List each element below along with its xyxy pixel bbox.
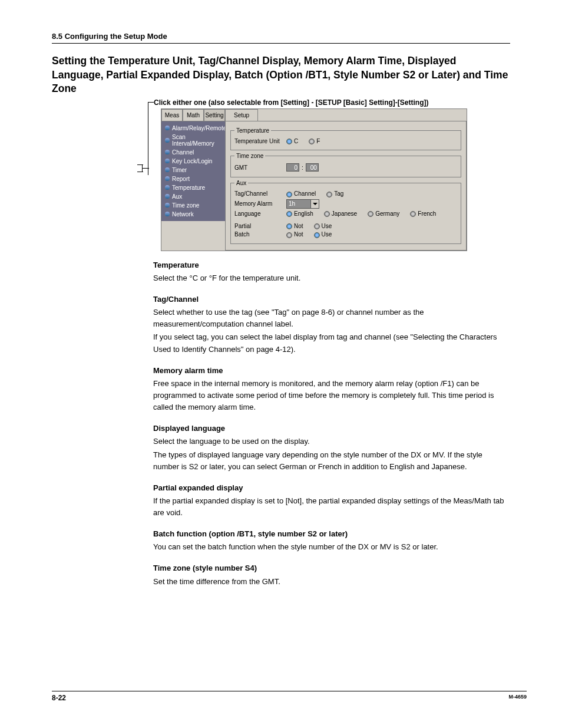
radio-label: Channel [294,190,316,197]
menu-network[interactable]: Network [161,210,225,219]
radio-batch-not[interactable]: Not [286,231,303,238]
hint-bracket [142,165,143,172]
page-number: 8-22 [52,694,66,702]
radio-label: French [418,210,436,217]
radio-english[interactable]: English [286,210,313,217]
radio-icon [286,211,292,217]
menu-scan[interactable]: Scan Interval/Memory [161,133,225,148]
memory-alarm-select[interactable]: 1h [286,199,319,209]
radio-label: F [316,138,320,144]
para: If you select tag, you can select the la… [153,331,510,355]
radio-label: English [294,210,313,217]
radio-channel[interactable]: Channel [286,190,316,197]
radio-icon [286,232,292,238]
menu-label: Key Lock/Login [172,158,212,164]
menu-label: Network [172,211,194,218]
hint-bracket [137,172,143,172]
radio-temp-f[interactable]: F [309,138,320,144]
menu-label: Alarm/Relay/Remote [172,125,226,131]
radio-label: Use [322,223,332,229]
menu-alarm[interactable]: Alarm/Relay/Remote [161,124,225,133]
heading-timezone: Time zone (style number S4) [153,562,510,574]
menu-label: Timer [172,167,187,173]
bullet-icon [165,176,170,181]
hint-bracket [142,168,149,169]
menu-timer[interactable]: Timer [161,166,225,174]
radio-partial-not[interactable]: Not [286,223,303,229]
menu-channel[interactable]: Channel [161,148,225,157]
tab-setting[interactable]: Setting [204,109,225,121]
group-legend: Time zone [234,153,265,159]
bullet-icon [165,185,170,190]
menu-label: Channel [172,149,194,156]
para: Select the °C or °F for the temperature … [153,272,510,284]
menu-label: Time zone [172,202,199,209]
heading-batch: Batch function (option /BT1, style numbe… [153,528,510,540]
tab-meas[interactable]: Meas [161,109,183,121]
menu-aux[interactable]: Aux [161,192,225,201]
app-window: Meas Math Setting Alarm/Relay/Remote Sca… [161,108,467,251]
tab-math[interactable]: Math [183,109,204,121]
radio-icon [286,139,292,144]
bullet-icon [165,138,170,143]
menu-timezone[interactable]: Time zone [161,201,225,210]
radio-icon [286,223,292,229]
radio-label: C [294,138,298,144]
para: You can set the batch function when the … [153,541,510,553]
setup-panel: Temperature Temperature Unit C F Time zo… [225,121,467,251]
radio-label: Use [322,231,332,238]
gmt-min-input[interactable]: 00 [306,163,319,172]
chevron-down-icon [310,200,319,208]
para: If the partial expanded display is set t… [153,495,510,519]
doc-number: M-4659 [508,694,527,702]
radio-icon [326,192,332,197]
radio-label: Tag [334,190,343,197]
group-legend: Temperature [234,127,271,134]
radio-partial-use[interactable]: Use [314,223,332,229]
radio-label: Not [294,231,303,238]
radio-tag[interactable]: Tag [326,190,343,197]
tab-setup[interactable]: Setup [225,109,258,121]
screenshot-hint: Click either one (also selectable from [… [154,98,510,107]
radio-icon [314,232,320,238]
heading-temperature: Temperature [153,259,510,271]
select-value: 1h [287,200,310,207]
menu-temperature[interactable]: Temperature [161,183,225,192]
radio-japanese[interactable]: Japanese [324,210,357,217]
group-timezone: Time zone GMT 0 : 00 [230,153,461,177]
radio-batch-use[interactable]: Use [314,231,332,238]
radio-icon [410,211,416,217]
radio-label: Germany [375,210,399,217]
section-header: 8.5 Configuring the Setup Mode [52,32,510,44]
field-label: Memory Alarm [234,200,286,207]
field-label: Batch [234,231,286,238]
menu-report[interactable]: Report [161,174,225,183]
gmt-hour-input[interactable]: 0 [286,163,299,172]
bullet-icon [165,194,170,199]
bullet-icon [165,150,170,154]
radio-icon [324,211,330,217]
field-label: Tag/Channel [234,190,286,197]
page-footer: 8-22 M-4659 [52,691,527,702]
field-label: Language [234,210,286,217]
field-label: Temperature Unit [234,138,286,144]
heading-tagchannel: Tag/Channel [153,294,510,305]
bullet-icon [165,126,170,130]
page-title: Setting the Temperature Unit, Tag/Channe… [52,54,510,96]
radio-icon [314,223,320,229]
radio-temp-c[interactable]: C [286,138,298,144]
menu-label: Aux [172,193,182,200]
para: Set the time difference from the GMT. [153,576,510,588]
radio-germany[interactable]: Germany [368,210,399,217]
heading-language: Displayed language [153,423,510,434]
body-text: Temperature Select the °C or °F for the … [153,259,510,588]
radio-french[interactable]: French [410,210,436,217]
menu-keylock[interactable]: Key Lock/Login [161,157,225,166]
group-aux: Aux Tag/Channel Channel Tag Memory Alarm [230,180,461,243]
hint-text: Click either one (also selectable from [… [154,98,429,107]
bullet-icon [165,159,170,163]
para: Select the language to be used on the di… [153,436,510,447]
menu-label: Scan Interval/Memory [172,134,222,147]
radio-icon [309,139,315,144]
radio-icon [286,192,292,197]
